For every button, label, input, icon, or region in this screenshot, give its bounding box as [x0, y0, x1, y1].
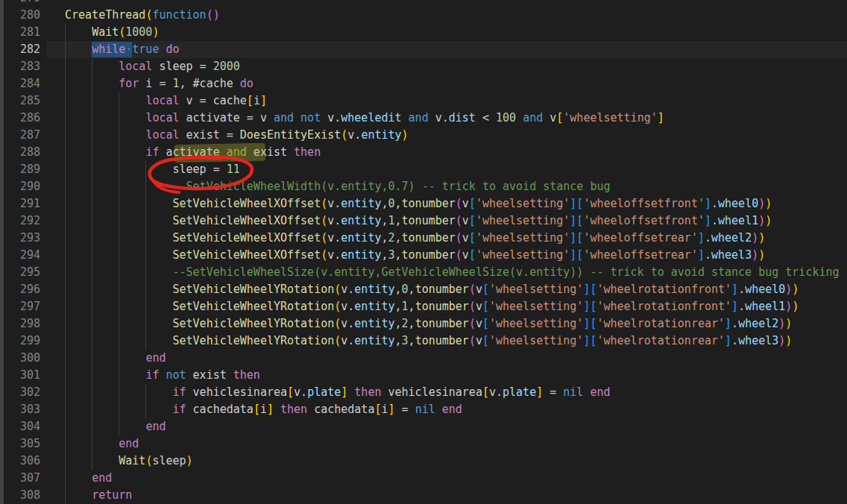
line-number[interactable]: 301 — [4, 367, 46, 384]
code-line-content[interactable]: while·true do — [46, 41, 847, 58]
code-line: 299 SetVehicleWheelYRotation(v.entity,3,… — [4, 333, 847, 350]
code-token: ] — [698, 231, 705, 245]
line-number[interactable]: 286 — [4, 110, 46, 127]
code-line: 289 sleep = 11 — [4, 161, 847, 178]
code-token: ] — [725, 334, 731, 347]
code-text: SetVehicleWheelXOffset(v.entity,0,tonumb… — [65, 197, 772, 210]
code-token: [ — [482, 385, 489, 399]
line-number[interactable]: 280 — [4, 7, 46, 24]
code-token: ][ — [570, 214, 583, 227]
code-line-content[interactable]: SetVehicleWheelXOffset(v.entity,2,tonumb… — [46, 230, 847, 247]
code-line-content[interactable]: CreateThread(function() — [46, 7, 847, 24]
code-token: v. — [327, 231, 341, 245]
line-number[interactable]: 306 — [4, 453, 46, 470]
code-line-content[interactable]: end — [46, 350, 847, 367]
code-token: , — [381, 231, 388, 245]
line-number[interactable]: 308 — [4, 487, 46, 504]
code-line-content[interactable]: for i = 1, #cache do — [46, 75, 847, 92]
code-line-content[interactable]: if activate and exist then — [46, 144, 847, 161]
line-number[interactable]: 294 — [4, 247, 46, 264]
line-number[interactable]: 284 — [4, 75, 46, 92]
code-line-content[interactable]: local activate = v and not v.wheeledit a… — [46, 110, 847, 127]
code-token: cachedata — [307, 403, 374, 416]
code-token: [ — [247, 94, 254, 107]
line-number[interactable]: 300 — [4, 350, 46, 367]
code-line-content[interactable]: local v = cache[i] — [46, 92, 847, 110]
line-number[interactable]: 304 — [4, 418, 46, 435]
code-line-content[interactable]: local sleep = 2000 — [46, 58, 847, 75]
code-line: 283 local sleep = 2000 — [4, 58, 847, 75]
line-number[interactable]: 297 — [4, 298, 46, 315]
code-line-content[interactable]: SetVehicleWheelYRotation(v.entity,1,tonu… — [46, 298, 847, 315]
code-line-content[interactable]: --SetVehicleWheelWidth(v.entity,0.7) -- … — [46, 178, 847, 195]
code-line-content[interactable]: end — [46, 470, 847, 487]
line-number[interactable]: 287 — [4, 127, 46, 144]
code-line-content[interactable]: if cachedata[i] then cachedata[i] = nil … — [46, 401, 847, 418]
code-token: ) — [402, 128, 409, 142]
line-number[interactable]: 299 — [4, 333, 46, 350]
line-number[interactable]: 302 — [4, 384, 46, 401]
code-line-content[interactable]: SetVehicleWheelXOffset(v.entity,0,tonumb… — [46, 195, 847, 212]
code-token: then — [233, 368, 260, 382]
code-token: ) — [765, 197, 772, 210]
line-number[interactable]: 291 — [4, 195, 46, 212]
line-number[interactable]: 289 — [4, 161, 46, 178]
line-number[interactable]: 298 — [4, 315, 46, 333]
line-number[interactable]: 293 — [4, 230, 46, 247]
line-number[interactable]: 283 — [4, 58, 46, 75]
code-line: 280CreateThread(function() — [4, 7, 847, 24]
code-token: ( — [334, 334, 341, 347]
code-token: if — [173, 385, 186, 399]
code-line-content[interactable]: if vehiclesinarea[v.plate] then vehicles… — [46, 384, 847, 401]
code-line-content[interactable]: Wait(sleep) — [46, 453, 847, 470]
code-token: vehiclesinarea — [186, 385, 287, 399]
code-token: 'wheelrotationrear' — [596, 334, 725, 347]
code-line-content[interactable]: end — [46, 435, 847, 453]
code-token: SetVehicleWheelXOffset — [173, 197, 321, 210]
code-line-content[interactable]: Wait(1000) — [46, 24, 847, 41]
code-token: v. — [347, 128, 361, 142]
code-token: . — [711, 197, 718, 210]
code-token: ] — [731, 300, 738, 313]
code-token: --SetVehicleWheelSize(v.entity,GetVehicl… — [173, 265, 840, 279]
code-line-content[interactable]: --SetVehicleWheelSize(v.entity,GetVehicl… — [46, 264, 847, 281]
line-number[interactable]: 288 — [4, 144, 46, 161]
code-line-content[interactable]: SetVehicleWheelYRotation(v.entity,0,tonu… — [46, 281, 847, 298]
code-line-content[interactable]: SetVehicleWheelYRotation(v.entity,3,tonu… — [46, 333, 847, 350]
code-token: . — [731, 334, 738, 347]
line-number[interactable]: 279 — [4, 0, 46, 7]
code-text: Wait(sleep) — [65, 454, 193, 467]
code-line-content[interactable]: SetVehicleWheelXOffset(v.entity,1,tonumb… — [46, 212, 847, 230]
code-token: ( — [469, 283, 476, 296]
line-number[interactable]: 303 — [4, 401, 46, 418]
code-token: exist — [247, 145, 294, 159]
code-line-content[interactable]: SetVehicleWheelYRotation(v.entity,2,tonu… — [46, 315, 847, 333]
line-number[interactable]: 292 — [4, 212, 46, 230]
code-line-content[interactable]: SetVehicleWheelXOffset(v.entity,3,tonumb… — [46, 247, 847, 264]
code-line: 294 SetVehicleWheelXOffset(v.entity,3,to… — [4, 247, 847, 264]
code-token: ) — [752, 231, 758, 245]
line-number[interactable]: 295 — [4, 264, 46, 281]
code-line-content[interactable]: sleep = 11 — [46, 161, 847, 178]
code-line: 279 — [4, 0, 847, 7]
line-number[interactable]: 307 — [4, 470, 46, 487]
code-line-content[interactable]: if not exist then — [46, 367, 847, 384]
code-token: = — [395, 403, 415, 416]
code-line: 303 if cachedata[i] then cachedata[i] = … — [4, 401, 847, 418]
code-text: CreateThread(function() — [65, 8, 220, 22]
code-token: exist — [186, 368, 233, 382]
code-line-content[interactable]: end — [46, 418, 847, 435]
code-token: = — [543, 385, 563, 399]
code-line-content[interactable] — [46, 0, 847, 7]
line-number[interactable]: 285 — [4, 92, 46, 110]
code-line-content[interactable]: return — [46, 487, 847, 504]
line-number[interactable]: 296 — [4, 281, 46, 298]
line-number[interactable]: 290 — [4, 178, 46, 195]
line-number[interactable]: 282 — [4, 41, 46, 58]
line-number[interactable]: 281 — [4, 24, 46, 41]
code-text: if vehiclesinarea[v.plate] then vehicles… — [65, 385, 611, 399]
code-token: v. — [327, 214, 341, 227]
code-token: sleep = — [173, 163, 227, 176]
line-number[interactable]: 305 — [4, 435, 46, 453]
code-line-content[interactable]: local exist = DoesEntityExist(v.entity) — [46, 127, 847, 144]
